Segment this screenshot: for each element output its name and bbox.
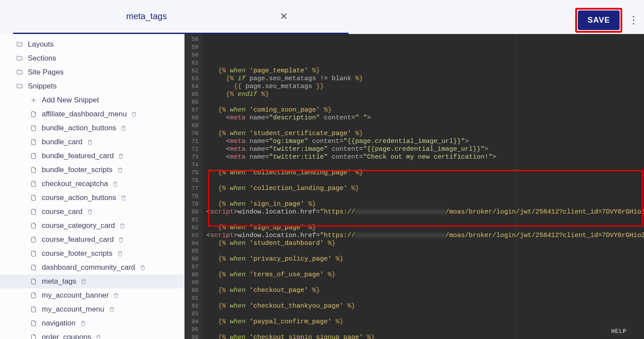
- code-line[interactable]: {% when 'sign_in_page' %}: [206, 200, 644, 208]
- file-icon: [30, 110, 37, 118]
- code-line[interactable]: {% when 'page_template' %}: [206, 67, 644, 75]
- code-line[interactable]: [206, 177, 644, 185]
- file-icon: [30, 236, 37, 244]
- file-icon: [30, 305, 37, 313]
- snippet-item[interactable]: bundle_featured_card: [0, 149, 184, 163]
- snippet-item[interactable]: my_account_banner: [0, 288, 184, 302]
- code-line[interactable]: [206, 310, 644, 318]
- save-button-highlight: SAVE: [575, 8, 622, 33]
- file-icon: [30, 166, 37, 174]
- code-line[interactable]: [206, 247, 644, 255]
- snippet-item[interactable]: my_account_menu: [0, 302, 184, 316]
- trash-icon[interactable]: [112, 181, 118, 187]
- trash-icon[interactable]: [117, 251, 123, 257]
- code-line[interactable]: <script>window.location.href="https://xx…: [206, 208, 644, 216]
- snippet-item[interactable]: course_category_card: [0, 219, 184, 233]
- code-line[interactable]: {% when 'privacy_policy_page' %}: [206, 255, 644, 263]
- code-line[interactable]: [206, 161, 644, 169]
- trash-icon[interactable]: [118, 237, 124, 243]
- trash-icon[interactable]: [140, 264, 146, 271]
- code-line[interactable]: {% when 'collections_landing_page' %}: [206, 169, 644, 177]
- code-line[interactable]: [206, 59, 644, 67]
- code-line[interactable]: {% when 'student_certificate_page' %}: [206, 130, 644, 138]
- trash-icon[interactable]: [131, 111, 137, 117]
- code-line[interactable]: {% when 'checkout_page' %}: [206, 287, 644, 295]
- trash-icon[interactable]: [80, 320, 86, 326]
- code-line[interactable]: {% if page.seo_metatags != blank %}: [206, 75, 644, 83]
- snippet-item[interactable]: navigation: [0, 316, 184, 330]
- code-line[interactable]: {% endif %}: [206, 91, 644, 98]
- code-line[interactable]: [206, 295, 644, 302]
- code-line[interactable]: [206, 193, 644, 200]
- line-gutter: 5859606162636465666768697071727374757677…: [184, 34, 203, 339]
- save-button[interactable]: SAVE: [578, 10, 620, 30]
- code-line[interactable]: {% when 'collection_landing_page' %}: [206, 185, 644, 193]
- code-line[interactable]: {% when 'terms_of_use_page' %}: [206, 271, 644, 279]
- code-line[interactable]: {% when 'sign_up_page' %}: [206, 224, 644, 232]
- code-line[interactable]: {% when 'coming_soon_page' %}: [206, 106, 644, 114]
- snippet-item[interactable]: course_card: [0, 205, 184, 219]
- trash-icon[interactable]: [121, 125, 127, 131]
- help-badge[interactable]: HELP: [607, 326, 631, 336]
- code-line[interactable]: <meta name="twitter:image" content="{{pa…: [206, 146, 644, 153]
- code-line[interactable]: <script>window.location.href="https://xx…: [206, 232, 644, 240]
- plus-icon: [30, 96, 37, 104]
- code-line[interactable]: [206, 326, 644, 334]
- code-line[interactable]: <meta name="description" content=" ">: [206, 114, 644, 122]
- trash-icon[interactable]: [95, 334, 101, 339]
- snippet-item[interactable]: meta_tags: [0, 275, 184, 288]
- folder-label: Site Pages: [28, 68, 64, 77]
- add-snippet-item[interactable]: Add New Snippet: [0, 93, 184, 107]
- code-line[interactable]: {% when 'paypal_confirm_page' %}: [206, 318, 644, 326]
- code-line[interactable]: {% when 'checkout_thankyou_page' %}: [206, 302, 644, 310]
- code-line[interactable]: {{ page.seo_metatags }}: [206, 83, 644, 91]
- code-line[interactable]: <meta name="twitter:title" content="Chec…: [206, 153, 644, 161]
- snippet-item[interactable]: order_coupons: [0, 330, 184, 339]
- snippet-label: course_action_buttons: [42, 193, 116, 202]
- trash-icon[interactable]: [113, 292, 119, 298]
- code-editor[interactable]: 5859606162636465666768697071727374757677…: [184, 34, 644, 339]
- folder-label: Sections: [28, 54, 56, 63]
- code-line[interactable]: [206, 98, 644, 106]
- snippet-label: course_footer_scripts: [42, 249, 113, 258]
- trash-icon[interactable]: [109, 306, 115, 312]
- sidebar[interactable]: LayoutsSectionsSite PagesSnippetsAdd New…: [0, 34, 184, 339]
- code-line[interactable]: {% when 'student_dashboard' %}: [206, 240, 644, 247]
- close-icon[interactable]: ✕: [280, 11, 288, 22]
- code-line[interactable]: [206, 279, 644, 287]
- folder-label: Layouts: [28, 40, 54, 49]
- snippet-item[interactable]: bundle_footer_scripts: [0, 163, 184, 177]
- trash-icon[interactable]: [80, 278, 87, 285]
- folder-item[interactable]: Snippets: [0, 79, 184, 93]
- trash-icon[interactable]: [119, 223, 125, 229]
- folder-item[interactable]: Layouts: [0, 37, 184, 51]
- snippet-item[interactable]: course_featured_card: [0, 233, 184, 247]
- snippet-item[interactable]: checkout_recaptcha: [0, 177, 184, 191]
- trash-icon[interactable]: [87, 139, 93, 145]
- trash-icon[interactable]: [87, 209, 93, 215]
- trash-icon[interactable]: [117, 167, 123, 173]
- code-line[interactable]: {% when 'checkout_signin_signup_page' %}: [206, 334, 644, 339]
- snippet-item[interactable]: affiliate_dashboard_menu: [0, 107, 184, 121]
- file-icon: [30, 152, 37, 160]
- trash-icon[interactable]: [121, 195, 127, 201]
- file-icon: [30, 319, 37, 327]
- tab-meta-tags[interactable]: meta_tags ✕: [13, 0, 349, 34]
- snippet-item[interactable]: bundle_action_buttons: [0, 121, 184, 135]
- snippet-item[interactable]: course_action_buttons: [0, 191, 184, 205]
- trash-icon[interactable]: [118, 153, 124, 159]
- code-area[interactable]: {% when 'page_template' %} {% if page.se…: [203, 34, 644, 339]
- file-icon: [30, 208, 37, 216]
- kebab-menu-icon[interactable]: ⋮: [628, 14, 639, 26]
- snippet-item[interactable]: course_footer_scripts: [0, 247, 184, 261]
- snippet-item[interactable]: dashboard_community_card: [0, 261, 184, 275]
- code-line[interactable]: <meta name="og:image" content="{{page.cr…: [206, 138, 644, 146]
- snippet-item[interactable]: bundle_card: [0, 135, 184, 149]
- folder-item[interactable]: Sections: [0, 51, 184, 65]
- code-line[interactable]: [206, 216, 644, 224]
- main: LayoutsSectionsSite PagesSnippetsAdd New…: [0, 34, 644, 339]
- code-line[interactable]: [206, 263, 644, 271]
- code-line[interactable]: [206, 122, 644, 130]
- snippet-label: bundle_footer_scripts: [42, 166, 113, 174]
- folder-item[interactable]: Site Pages: [0, 65, 184, 79]
